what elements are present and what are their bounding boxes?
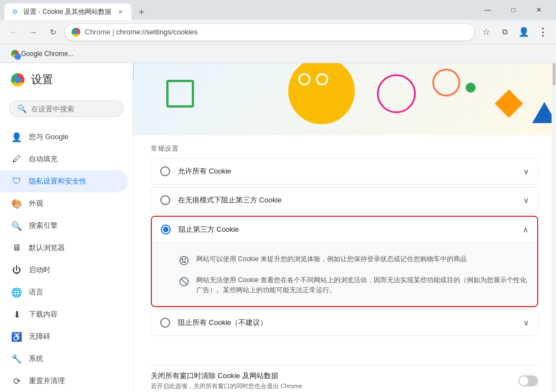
- refresh-button[interactable]: ↻: [44, 23, 62, 41]
- title-bar: ⚙ 设置 - Cookie 及其他网站数据 ✕ + — □ ✕: [0, 0, 556, 20]
- sidebar-scroll-thumb[interactable]: [133, 63, 134, 81]
- shield-icon: 🛡: [11, 176, 22, 187]
- sidebar: 设置 🔍 👤 您与 Google 🖊 自动填充 🛡: [0, 63, 133, 392]
- sidebar-item-label: 系统: [29, 354, 43, 364]
- sub-item-cookie: 网站可以使用 Cookie 来提升您的浏览体验，例如让您保持登录状态或记住您购物…: [178, 250, 528, 271]
- svg-point-1: [182, 259, 183, 260]
- clear-cookies-toggle[interactable]: [518, 375, 538, 386]
- allow-all-chevron-icon: ∨: [523, 167, 529, 176]
- block-third-party-sub: 网站可以使用 Cookie 来提升您的浏览体验，例如让您保持登录状态或记住您购物…: [152, 242, 537, 306]
- search-input[interactable]: [31, 105, 124, 113]
- system-icon: 🔧: [11, 353, 22, 364]
- sidebar-item-startup[interactable]: ⏻ 启动时: [0, 259, 128, 281]
- address-brand: Chrome: [85, 28, 110, 36]
- block-all-radio[interactable]: [160, 318, 170, 328]
- section-title: 常规设置: [151, 144, 538, 154]
- download-icon: ⬇: [11, 309, 22, 320]
- restore-button[interactable]: □: [501, 0, 526, 20]
- block-incognito-radio[interactable]: [160, 195, 170, 205]
- clear-cookies-text: 关闭所有窗口时清除 Cookie 及网站数据 若开启此选项，关闭所有窗口的同时您…: [151, 371, 302, 390]
- sidebar-item-privacy[interactable]: 🛡 隐私设置和安全性: [0, 170, 128, 192]
- palette-icon: 🎨: [11, 198, 22, 209]
- sidebar-item-accessibility[interactable]: ♿ 无障碍: [0, 325, 128, 348]
- browser-icon: 🖥: [11, 242, 22, 253]
- sub-item-block: 网站无法使用 Cookie 查看您在各个不同网站上的浏览活动，因而无法实现某些功…: [178, 271, 528, 299]
- block-third-party-row[interactable]: 阻止第三方 Cookie ∧: [152, 217, 537, 242]
- sidebar-item-language[interactable]: 🌐 语言: [0, 281, 128, 303]
- svg-point-4: [182, 262, 183, 263]
- sidebar-item-label: 重置并清理: [29, 376, 65, 386]
- active-tab[interactable]: ⚙ 设置 - Cookie 及其他网站数据 ✕: [4, 3, 131, 20]
- tab-close-button[interactable]: ✕: [116, 7, 125, 16]
- allow-all-radio[interactable]: [160, 166, 170, 176]
- hero-shape-yellow-circle: [288, 63, 355, 124]
- extensions-button[interactable]: ⧉: [496, 23, 514, 41]
- reset-icon: ⟳: [11, 375, 22, 386]
- back-button[interactable]: ←: [4, 23, 22, 41]
- block-icon: [178, 276, 190, 287]
- sidebar-item-label: 下载内容: [29, 309, 58, 319]
- globe-icon: 🌐: [11, 287, 22, 298]
- sidebar-item-reset[interactable]: ⟳ 重置并清理: [0, 370, 128, 392]
- hero-shapes: [133, 63, 556, 135]
- sidebar-item-autofill[interactable]: 🖊 自动填充: [0, 148, 128, 170]
- hero-shape-pink-circle: [377, 74, 416, 113]
- tab-favicon: ⚙: [11, 8, 19, 16]
- hero-shape-orange-diamond: [495, 90, 523, 118]
- sidebar-item-default-browser[interactable]: 🖥 默认浏览器: [0, 237, 128, 259]
- sidebar-item-downloads[interactable]: ⬇ 下载内容: [0, 303, 128, 325]
- block-all-cookies-row[interactable]: 阻止所有 Cookie（不建议） ∨: [151, 310, 538, 335]
- svg-point-0: [180, 257, 188, 265]
- sidebar-item-system[interactable]: 🔧 系统: [0, 348, 128, 370]
- address-bar[interactable]: Chrome | chrome://settings/cookies: [64, 23, 475, 41]
- sidebar-scroll-track[interactable]: [133, 63, 134, 392]
- allow-all-cookies-row[interactable]: 允许所有 Cookie ∨: [151, 159, 538, 184]
- close-button[interactable]: ✕: [526, 0, 552, 20]
- cookie-icon: [178, 255, 190, 266]
- sidebar-item-google[interactable]: 👤 您与 Google: [0, 126, 128, 148]
- hero-shape-white-circle2: [316, 73, 328, 85]
- sidebar-item-label: 无障碍: [29, 332, 50, 342]
- bookmarks-bar: Google Chrome...: [0, 44, 556, 63]
- sub-text-cookie: 网站可以使用 Cookie 来提升您的浏览体验，例如让您保持登录状态或记住您购物…: [196, 254, 467, 264]
- new-tab-button[interactable]: +: [134, 4, 149, 20]
- tab-bar: ⚙ 设置 - Cookie 及其他网站数据 ✕ +: [4, 0, 475, 20]
- bookmark-button[interactable]: ☆: [477, 23, 495, 41]
- bookmarks-bar-item[interactable]: Google Chrome...: [7, 48, 78, 60]
- block-all-chevron-icon: ∨: [523, 318, 529, 327]
- allow-all-cookies-item: 允许所有 Cookie ∨: [151, 158, 538, 185]
- nav-actions: ☆ ⧉ 👤 ⋮: [477, 23, 552, 41]
- nav-bar: ← → ↻ Chrome | chrome://settings/cookies…: [0, 20, 556, 44]
- sidebar-item-label: 自动填充: [29, 154, 58, 164]
- hero-image: [133, 63, 556, 135]
- hero-shape-orange-circle: [432, 69, 460, 96]
- search-icon: 🔍: [17, 104, 27, 113]
- settings-title: 设置: [31, 72, 53, 87]
- main-scroll-thumb[interactable]: [553, 63, 555, 85]
- search-box[interactable]: 🔍: [9, 100, 124, 117]
- main-scroll-track[interactable]: [552, 63, 556, 392]
- hero-shape-green-dot: [466, 83, 476, 93]
- window-controls: — □ ✕: [475, 0, 552, 20]
- forward-button[interactable]: →: [24, 23, 42, 41]
- block-third-party-item: 阻止第三方 Cookie ∧: [151, 216, 538, 307]
- settings-content: 常规设置 允许所有 Cookie ∨ 在无痕模式下阻止第三方 Cookie ∨: [133, 144, 556, 356]
- sidebar-item-appearance[interactable]: 🎨 外观: [0, 192, 128, 215]
- svg-line-6: [181, 279, 187, 285]
- more-button[interactable]: ⋮: [534, 23, 552, 41]
- tab-title: 设置 - Cookie 及其他网站数据: [23, 7, 111, 17]
- clear-cookies-label: 关闭所有窗口时清除 Cookie 及网站数据: [151, 371, 302, 381]
- block-incognito-chevron-icon: ∨: [523, 196, 529, 205]
- hero-shape-white-circle1: [298, 73, 310, 85]
- block-third-party-radio[interactable]: [161, 225, 171, 235]
- minimize-button[interactable]: —: [475, 0, 501, 20]
- bottom-section: 关闭所有窗口时清除 Cookie 及网站数据 若开启此选项，关闭所有窗口的同时您…: [133, 356, 556, 392]
- profile-button[interactable]: 👤: [515, 23, 533, 41]
- sidebar-item-search[interactable]: 🔍 搜索引擎: [0, 215, 128, 237]
- clear-cookies-sublabel: 若开启此选项，关闭所有窗口的同时您也会退出 Chrome: [151, 382, 302, 390]
- address-bar-text: Chrome | chrome://settings/cookies: [85, 28, 468, 36]
- block-incognito-row[interactable]: 在无痕模式下阻止第三方 Cookie ∨: [151, 187, 538, 213]
- content-area: 设置 🔍 👤 您与 Google 🖊 自动填充 🛡: [0, 63, 556, 392]
- sidebar-item-label: 启动时: [29, 265, 50, 275]
- sub-text-block: 网站无法使用 Cookie 查看您在各个不同网站上的浏览活动，因而无法实现某些功…: [196, 275, 528, 295]
